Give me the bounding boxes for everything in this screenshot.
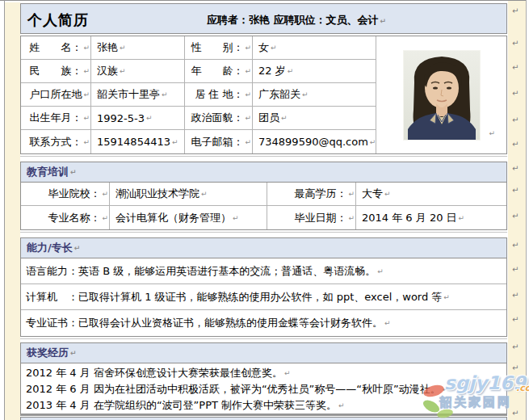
field-label: 出生年月：↵ [21, 107, 91, 130]
field-label: 最高学历：↵ [267, 183, 356, 206]
field-label: 联系方式：↵ [21, 130, 91, 153]
skill-row: 语言能力：英语 B 级，能够运用英语进行基本的交流；普通话、粤语流畅。↵ [21, 258, 506, 284]
cell-mark: ↵ [245, 138, 251, 146]
field-label: 政治面貌：↵ [185, 107, 253, 130]
field-label: 姓 名：↵ [21, 36, 91, 60]
cell-mark: ↵ [102, 214, 108, 222]
paragraph-mark: ↵ [512, 186, 519, 195]
section-divider [20, 232, 507, 233]
field-value: 团员↵ [253, 107, 376, 130]
paragraph-mark: ↵ [512, 63, 519, 72]
field-label: 毕业院校：↵ [21, 183, 110, 206]
resume-page: ↵ ↵ ↵ ↵ ↵ ↵ ↵ ↵ ↵ ↵ ↵ ↵ ↵ ↵ ↵ ↵ 个人简历 应聘者… [0, 0, 529, 420]
paragraph-mark: ↵ [512, 265, 519, 274]
top-border-line [0, 0, 529, 1]
photo-cell: ↵ [376, 36, 506, 153]
award-line: 2012 年 6 月 因为在社团活动中积极活跃，被评为“优秀社员”称号——“秋叶… [26, 381, 502, 397]
field-value: 15914854413↵ [91, 130, 185, 153]
field-value: 大专↵ [356, 183, 506, 206]
section-education: 教育培训↵ 毕业院校：↵ 潮汕职业技术学院↵ 最高学历：↵ 大专↵ 专业名称：↵… [20, 162, 507, 230]
paragraph-mark: ↵ [512, 6, 519, 15]
cell-mark: ↵ [245, 90, 251, 99]
section-divider [20, 414, 507, 416]
cell-mark: ↵ [120, 67, 126, 75]
cell-mark: ↵ [271, 44, 277, 52]
cell-mark: ↵ [83, 114, 90, 122]
section-title: 获奖经历 [27, 346, 69, 360]
cell-mark: ↵ [245, 44, 251, 52]
field-label: 年 龄：↵ [185, 60, 253, 83]
education-header-band: 教育培训↵ [21, 162, 506, 183]
field-label: 毕业日期：↵ [267, 206, 356, 229]
paragraph-mark: ↵ [512, 39, 519, 48]
left-margin-strip [5, 2, 20, 420]
paragraph-mark: ↵ [512, 164, 519, 173]
field-label: 专业名称：↵ [21, 206, 110, 229]
field-value: 会计电算化（财务管理）↵ [110, 206, 267, 229]
cell-mark: ↵ [288, 67, 294, 75]
cell-mark: ↵ [377, 267, 384, 275]
cell-mark: ↵ [302, 90, 309, 99]
cell-mark: ↵ [120, 44, 126, 52]
paragraph-mark: ↵ [512, 363, 519, 372]
cell-mark: ↵ [201, 190, 208, 198]
paragraph-mark: ↵ [338, 397, 345, 414]
field-value: 广东韶关↵ [253, 83, 376, 107]
field-label: 民 族：↵ [21, 60, 91, 83]
cell-mark: ↵ [348, 190, 355, 198]
cell-mark: ↵ [83, 44, 90, 52]
cell-mark: ↵ [162, 90, 168, 99]
awards-block: 2012 年 4 月 宿舍环保创意设计大赛荣获最佳创意奖。↵ 2012 年 6 … [21, 363, 506, 414]
cell-mark: ↵ [348, 214, 355, 222]
cell-mark: ↵ [83, 90, 90, 99]
field-label: 居 住 地：↵ [185, 83, 253, 107]
cell-mark: ↵ [245, 67, 251, 75]
field-value: 22 岁↵ [253, 60, 376, 83]
paragraph-mark: ↵ [512, 89, 519, 98]
resume-content: 个人简历 应聘者：张艳 应聘职位：文员、会计↵ 姓 名：↵ 张艳↵ 性 别：↵ … [20, 3, 507, 420]
field-value: 女↵ [253, 36, 376, 60]
page-title: 个人简历 [27, 10, 89, 30]
margin-paragraph-marks: ↵ ↵ ↵ ↵ ↵ ↵ ↵ ↵ ↵ ↵ ↵ ↵ ↵ ↵ ↵ ↵ [510, 0, 525, 420]
field-value: 潮汕职业技术学院↵ [110, 183, 267, 206]
education-table: 毕业院校：↵ 潮汕职业技术学院↵ 最高学历：↵ 大专↵ 专业名称：↵ 会计电算化… [21, 183, 506, 229]
cell-mark: ↵ [233, 214, 239, 222]
paragraph-mark: ↵ [512, 342, 519, 351]
field-value: 1992-5-3↵ [91, 107, 185, 130]
applicant-info: 应聘者：张艳 应聘职位：文员、会计↵ [207, 13, 386, 27]
section-divider [20, 338, 507, 339]
paragraph-mark: ↵ [512, 140, 519, 149]
paragraph-mark: ↵ [74, 244, 81, 252]
paragraph-mark: ↵ [512, 241, 519, 250]
field-label: 户口所在地↵ [21, 83, 91, 107]
next-section-band-partial [20, 417, 507, 420]
cell-mark: ↵ [459, 214, 465, 222]
section-title: 能力/专长 [27, 241, 73, 255]
field-value: 734899590@qq.com↵ [253, 130, 376, 153]
cell-mark: ↵ [245, 114, 251, 122]
field-value: 韶关市十里亭↵ [91, 83, 185, 107]
cell-mark: ↵ [172, 138, 178, 146]
field-value: 2014 年 6 月 20 日↵ [356, 206, 506, 229]
cell-mark: ↵ [384, 190, 391, 198]
paragraph-mark: ↵ [284, 365, 291, 381]
paragraph-mark: ↵ [380, 17, 387, 25]
personal-info-table: 姓 名：↵ 张艳↵ 性 别：↵ 女↵ [20, 36, 507, 154]
awards-header-band: 获奖经历↵ [21, 343, 506, 363]
award-line: 2013 年 4 月 在学院组织的“波司登”PPT 制作大赛中荣获三等奖。↵ [26, 397, 502, 414]
resume-header-band: 个人简历 应聘者：张艳 应聘职位：文员、会计↵ [20, 3, 507, 34]
cell-mark: ↵ [370, 138, 376, 146]
cell-mark: ↵ [146, 114, 153, 122]
cell-mark: ↵ [83, 138, 90, 146]
cell-mark: ↵ [384, 319, 391, 327]
cell-mark: ↵ [489, 129, 495, 137]
cell-mark: ↵ [83, 67, 90, 75]
skill-row: 专业证书：已取得会计从业资格证书，能够熟练的使用金蝶等会计财务软件。↵ [21, 310, 506, 336]
paragraph-mark: ↵ [512, 409, 519, 418]
section-title: 教育培训 [27, 165, 69, 179]
skills-header-band: 能力/专长↵ [21, 238, 506, 258]
skill-row: 计算机 ：已取得计算机 1 级证书，能够熟练的使用办公软件，如 ppt、exce… [21, 284, 506, 310]
paragraph-mark: ↵ [512, 315, 519, 324]
section-awards: 获奖经历↵ 2012 年 4 月 宿舍环保创意设计大赛荣获最佳创意奖。↵ 201… [20, 342, 507, 414]
field-value: 汉族↵ [91, 60, 185, 83]
